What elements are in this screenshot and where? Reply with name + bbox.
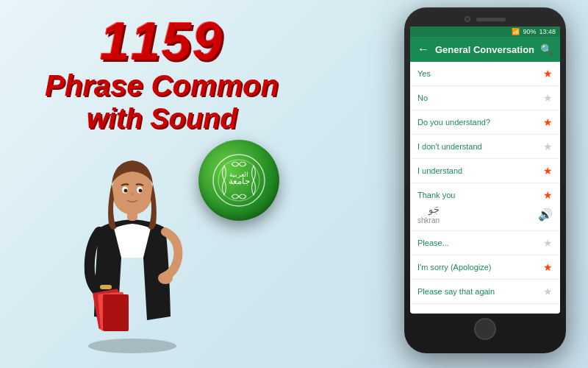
- phrase-item[interactable]: Please... ★: [410, 231, 560, 255]
- status-bar: 📶 90% 13:48: [410, 26, 560, 37]
- star-icon[interactable]: ★: [543, 165, 553, 177]
- home-button[interactable]: [474, 318, 496, 340]
- phrase-item[interactable]: I don't understand ★: [410, 135, 560, 159]
- phrase-text: Please say that again: [417, 287, 495, 296]
- arabic-logo-ball: جامعة العربية: [198, 140, 279, 221]
- phrase-item[interactable]: Please say that again ★: [410, 280, 560, 304]
- screen-title: General Conversation: [435, 44, 534, 55]
- phrase-text: Yes: [417, 69, 431, 78]
- arabic-content: جَو shkran: [417, 204, 440, 224]
- person-figure: [59, 110, 206, 353]
- app-line1: Phrase Common: [22, 68, 301, 103]
- phrase-transliteration: shkran: [417, 216, 440, 224]
- phrase-text: I'm sorry (Apologize): [417, 263, 492, 272]
- phrase-expanded-content: جَو shkran 🔊: [417, 204, 553, 224]
- phone-speaker: [476, 18, 506, 21]
- svg-rect-15: [100, 285, 112, 289]
- sound-icon[interactable]: 🔊: [538, 208, 553, 222]
- phrase-item[interactable]: Can you repeat that? ★: [410, 304, 560, 311]
- phone-screen: 📶 90% 13:48 ← General Conversation 🔍 Yes…: [410, 26, 560, 314]
- phone-bottom-bar: [410, 318, 560, 340]
- battery-indicator: 90%: [523, 28, 536, 35]
- app-number: 1159: [22, 15, 301, 68]
- star-icon[interactable]: ★: [543, 92, 553, 104]
- phrase-item[interactable]: Do you understand? ★: [410, 110, 560, 135]
- svg-text:العربية: العربية: [229, 171, 248, 179]
- phone-top-bar: [410, 16, 560, 22]
- phrase-item-expanded[interactable]: Thank you ★ جَو shkran 🔊: [410, 183, 560, 231]
- star-icon[interactable]: ★: [543, 237, 553, 249]
- phone-camera: [465, 16, 470, 22]
- phrase-item[interactable]: I'm sorry (Apologize) ★: [410, 255, 560, 280]
- signal-icon: 📶: [512, 28, 520, 35]
- phrase-text: I don't understand: [417, 142, 482, 151]
- time-display: 13:48: [539, 28, 556, 35]
- phrase-arabic: جَو: [417, 204, 440, 215]
- phone-device: 📶 90% 13:48 ← General Conversation 🔍 Yes…: [404, 7, 566, 353]
- phrase-header-row: Thank you ★: [417, 189, 553, 201]
- star-icon[interactable]: ★: [543, 310, 553, 311]
- star-icon[interactable]: ★: [543, 68, 553, 79]
- phrase-item[interactable]: No ★: [410, 86, 560, 110]
- svg-point-11: [158, 272, 173, 284]
- phrase-item[interactable]: Yes ★: [410, 62, 560, 86]
- star-icon[interactable]: ★: [543, 141, 553, 152]
- phrase-text: No: [417, 93, 428, 102]
- svg-rect-14: [103, 294, 129, 331]
- phrase-text: Please...: [417, 238, 449, 247]
- star-icon[interactable]: ★: [543, 116, 553, 128]
- svg-point-10: [139, 189, 143, 193]
- star-icon[interactable]: ★: [543, 286, 553, 297]
- star-icon[interactable]: ★: [543, 189, 553, 201]
- back-button[interactable]: ←: [417, 43, 429, 56]
- phrase-text: Thank you: [417, 191, 455, 199]
- phrase-text: Do you understand?: [417, 118, 490, 127]
- star-icon[interactable]: ★: [543, 261, 553, 273]
- phrase-list: Yes ★ No ★ Do you understand? ★ I don't …: [410, 62, 560, 311]
- phrase-text: I understand: [417, 166, 462, 175]
- search-icon[interactable]: 🔍: [540, 43, 553, 55]
- phrase-item[interactable]: I understand ★: [410, 159, 560, 183]
- svg-point-9: [124, 189, 128, 193]
- app-header: ← General Conversation 🔍: [410, 37, 560, 62]
- svg-point-4: [88, 339, 176, 353]
